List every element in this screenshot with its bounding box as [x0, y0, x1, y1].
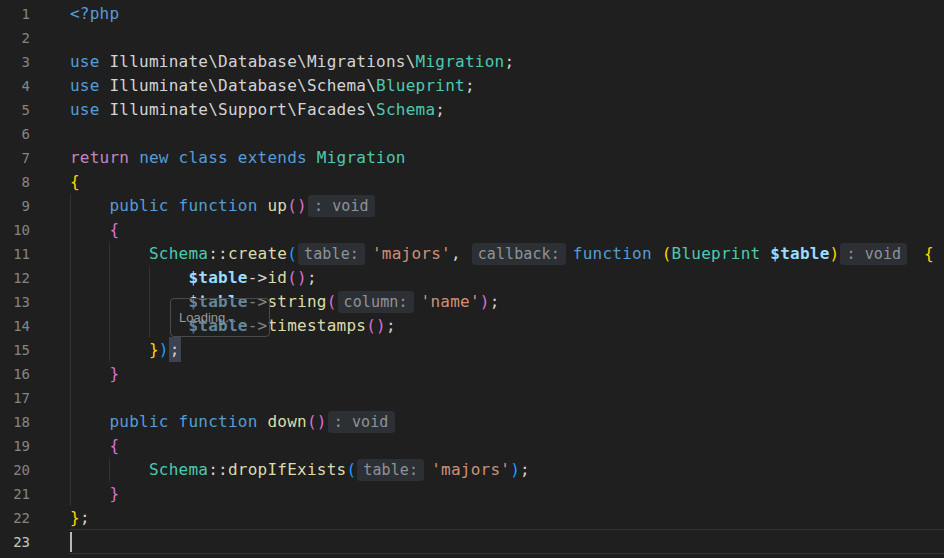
code-token: Migration	[416, 52, 505, 71]
code-token: (	[346, 460, 356, 479]
code-token: use	[70, 100, 110, 119]
code-line[interactable]: 17	[0, 386, 944, 410]
code-token: up	[267, 196, 287, 215]
line-number[interactable]: 15	[0, 338, 30, 362]
code-token: Blueprint	[672, 244, 771, 263]
code-token: ;	[490, 292, 500, 311]
line-number[interactable]: 17	[0, 386, 30, 410]
code-line-content: public function up(): void	[70, 194, 382, 218]
line-number[interactable]: 4	[0, 74, 30, 98]
code-area[interactable]: 1<?php23use Illuminate\Database\Migratio…	[0, 2, 944, 554]
code-token: ()	[307, 412, 327, 431]
code-line[interactable]: 18 public function down(): void	[0, 410, 944, 434]
code-line[interactable]: 12 $table->id();	[0, 266, 944, 290]
code-line-content: {	[70, 170, 80, 194]
code-line[interactable]: 13 $table->string(column:'name');	[0, 290, 944, 314]
code-line-content: $table->timestamps();	[70, 314, 396, 338]
code-line[interactable]: 9 public function up(): void	[0, 194, 944, 218]
code-token	[70, 244, 149, 263]
code-editor[interactable]: 1<?php23use Illuminate\Database\Migratio…	[0, 0, 944, 558]
line-number[interactable]: 16	[0, 362, 30, 386]
line-number[interactable]: 13	[0, 290, 30, 314]
code-line[interactable]: 11 Schema::create(table:'majors', callba…	[0, 242, 944, 266]
code-line-content: use Illuminate\Database\Schema\Blueprint…	[70, 74, 475, 98]
code-token: dropIfExists	[228, 460, 346, 479]
code-line[interactable]: 6	[0, 122, 944, 146]
code-line[interactable]: 23	[0, 530, 944, 554]
code-token: ;	[435, 100, 445, 119]
line-number[interactable]: 6	[0, 122, 30, 146]
line-number[interactable]: 1	[0, 2, 30, 26]
code-token: 'majors'	[431, 460, 510, 479]
code-token: }	[70, 508, 80, 527]
code-line[interactable]: 15 });	[0, 338, 944, 362]
line-number[interactable]: 14	[0, 314, 30, 338]
inlay-hint: callback:	[472, 243, 566, 265]
code-line-content: public function down(): void	[70, 410, 402, 434]
code-line[interactable]: 14 $table->timestamps();	[0, 314, 944, 338]
inlay-hint: : void	[840, 243, 907, 265]
code-token	[70, 220, 110, 239]
code-line-content: Schema::dropIfExists(table:'majors');	[70, 458, 530, 482]
code-line[interactable]: 1<?php	[0, 2, 944, 26]
line-number[interactable]: 8	[0, 170, 30, 194]
code-line-content: {	[70, 218, 119, 242]
code-line[interactable]: 16 }	[0, 362, 944, 386]
line-number[interactable]: 11	[0, 242, 30, 266]
code-token: Migration	[317, 148, 406, 167]
code-line-content: $table->string(column:'name');	[70, 290, 500, 314]
code-token: {	[924, 244, 934, 263]
code-token: )	[510, 460, 520, 479]
inlay-hint: : void	[328, 411, 395, 433]
line-number[interactable]: 23	[0, 530, 30, 554]
code-line[interactable]: 5use Illuminate\Support\Facades\Schema;	[0, 98, 944, 122]
line-number[interactable]: 7	[0, 146, 30, 170]
code-line[interactable]: 3use Illuminate\Database\Migrations\Migr…	[0, 50, 944, 74]
code-line[interactable]: 19 {	[0, 434, 944, 458]
code-token: )	[159, 340, 169, 359]
code-line-content: Schema::create(table:'majors', callback:…	[70, 242, 934, 266]
code-token: {	[110, 220, 120, 239]
code-token: ,	[451, 244, 471, 263]
code-token: use	[70, 76, 110, 95]
code-token: (	[327, 292, 337, 311]
line-number[interactable]: 18	[0, 410, 30, 434]
line-number[interactable]: 22	[0, 506, 30, 530]
code-token: )	[830, 244, 840, 263]
code-token	[70, 340, 149, 359]
code-line[interactable]: 21 }	[0, 482, 944, 506]
code-token: string	[267, 292, 326, 311]
code-line[interactable]: 2	[0, 26, 944, 50]
code-token: ;	[504, 52, 514, 71]
line-number[interactable]: 3	[0, 50, 30, 74]
code-token: Illuminate\Database\Schema\	[110, 76, 377, 95]
code-token	[70, 268, 188, 287]
code-line[interactable]: 10 {	[0, 218, 944, 242]
line-number[interactable]: 20	[0, 458, 30, 482]
code-token: $table	[770, 244, 829, 263]
code-line[interactable]: 4use Illuminate\Database\Schema\Blueprin…	[0, 74, 944, 98]
code-line[interactable]: 20 Schema::dropIfExists(table:'majors');	[0, 458, 944, 482]
code-line-content: }	[70, 482, 119, 506]
line-number[interactable]: 12	[0, 266, 30, 290]
code-line-content: $table->id();	[70, 266, 317, 290]
code-token	[914, 244, 924, 263]
inlay-hint: column:	[338, 291, 414, 313]
line-number[interactable]: 19	[0, 434, 30, 458]
code-token: Illuminate\Support\Facades\	[110, 100, 377, 119]
code-token: }	[110, 364, 120, 383]
line-number[interactable]: 10	[0, 218, 30, 242]
code-token: new class extends	[139, 148, 317, 167]
code-token: ;	[386, 316, 396, 335]
code-token: ;	[80, 508, 90, 527]
code-token: {	[110, 436, 120, 455]
line-number[interactable]: 5	[0, 98, 30, 122]
code-token: ::	[208, 460, 228, 479]
code-token	[70, 484, 110, 503]
line-number[interactable]: 9	[0, 194, 30, 218]
code-line[interactable]: 8{	[0, 170, 944, 194]
line-number[interactable]: 2	[0, 26, 30, 50]
code-line[interactable]: 7return new class extends Migration	[0, 146, 944, 170]
line-number[interactable]: 21	[0, 482, 30, 506]
code-line[interactable]: 22};	[0, 506, 944, 530]
